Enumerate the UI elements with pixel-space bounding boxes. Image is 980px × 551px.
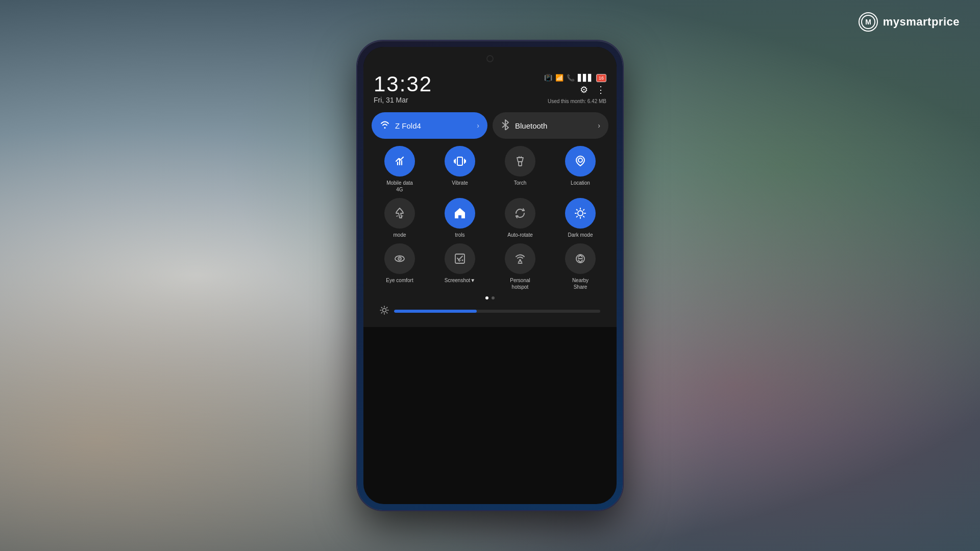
- eye-comfort-label: Eye comfort: [386, 277, 413, 284]
- tile-vibrate[interactable]: Vibrate: [432, 146, 488, 193]
- page-dot-2: [492, 296, 495, 299]
- brightness-row: [372, 304, 608, 319]
- clock-time: 13:32: [374, 73, 432, 95]
- home-controls-icon: [445, 198, 475, 229]
- watermark: M mysmartprice: [859, 12, 960, 32]
- status-icons: 📳 📶 📞 ▋▋▋ 16 ⚙ ⋮ Used this month: 6.42 M…: [544, 74, 606, 104]
- airplane-label: mode: [393, 232, 406, 238]
- torch-label: Torch: [514, 180, 526, 186]
- phone-outer: 13:32 Fri, 31 Mar 📳 📶 📞 ▋▋▋ 16 ⚙ ⋮: [357, 41, 623, 510]
- brightness-fill: [394, 310, 477, 313]
- eye-comfort-icon: [384, 243, 415, 274]
- svg-point-4: [578, 158, 582, 162]
- tile-hotspot[interactable]: Personalhotspot: [492, 243, 548, 290]
- status-icons-row: 📳 📶 📞 ▋▋▋ 16: [544, 74, 606, 82]
- svg-rect-2: [457, 157, 462, 165]
- wifi-button[interactable]: Z Fold4 ›: [372, 112, 487, 139]
- vibrate-icon: [445, 146, 475, 177]
- settings-icon[interactable]: ⚙: [580, 84, 588, 95]
- tile-torch[interactable]: Torch: [492, 146, 548, 193]
- bluetooth-label: Bluetooth: [515, 121, 593, 130]
- auto-rotate-icon: [505, 198, 535, 229]
- signal-bars-icon: ▋▋▋: [578, 74, 593, 82]
- wifi-arrow-icon: ›: [477, 121, 479, 130]
- nearby-share-icon: [565, 243, 596, 274]
- phone-screen: 13:32 Fri, 31 Mar 📳 📶 📞 ▋▋▋ 16 ⚙ ⋮: [363, 47, 617, 504]
- location-label: Location: [571, 180, 590, 186]
- svg-point-14: [383, 309, 386, 312]
- tiles-grid: Mobile data4G Vibrate: [372, 146, 608, 290]
- watermark-logo: M: [859, 12, 878, 32]
- tile-home-controls[interactable]: trols: [432, 198, 488, 238]
- battery-icon: 16: [596, 74, 606, 82]
- hotspot-icon: [505, 243, 535, 274]
- torch-icon: [505, 146, 535, 177]
- nearby-share-label: NearbyShare: [572, 277, 589, 290]
- signal-status-icon: 📞: [567, 74, 575, 82]
- quick-settings-panel: Z Fold4 › Bluetooth ›: [363, 108, 617, 327]
- tile-eye-comfort[interactable]: Eye comfort: [372, 243, 428, 290]
- wifi-label: Z Fold4: [395, 121, 472, 130]
- airplane-icon: [384, 198, 415, 229]
- tile-dark-mode[interactable]: Dark mode: [552, 198, 608, 238]
- page-dot-1: [485, 296, 488, 299]
- svg-point-5: [578, 211, 583, 216]
- brightness-icon: [380, 306, 389, 317]
- home-controls-label: trols: [455, 232, 465, 238]
- settings-row: ⚙ ⋮: [580, 84, 606, 95]
- svg-point-8: [399, 258, 400, 259]
- data-usage-text: Used this month: 6.42 MB: [548, 98, 606, 104]
- auto-rotate-label: Auto-rotate: [507, 232, 532, 238]
- watermark-text: mysmartprice: [883, 15, 960, 29]
- svg-text:M: M: [865, 18, 871, 26]
- brightness-slider[interactable]: [394, 310, 600, 313]
- page-dots: [372, 290, 608, 304]
- tile-mobile-data[interactable]: Mobile data4G: [372, 146, 428, 193]
- phone-wrapper: 13:32 Fri, 31 Mar 📳 📶 📞 ▋▋▋ 16 ⚙ ⋮: [357, 41, 623, 510]
- clock-date: Fri, 31 Mar: [374, 96, 432, 104]
- location-icon: [565, 146, 596, 177]
- tile-nearby-share[interactable]: NearbyShare: [552, 243, 608, 290]
- bluetooth-arrow-icon: ›: [598, 121, 600, 130]
- tile-location[interactable]: Location: [552, 146, 608, 193]
- mobile-data-icon: [384, 146, 415, 177]
- vibrate-status-icon: 📳: [544, 74, 552, 82]
- connectivity-row: Z Fold4 › Bluetooth ›: [372, 112, 608, 139]
- wifi-status-icon: 📶: [555, 74, 564, 82]
- tile-screenshot[interactable]: Screenshot▼: [432, 243, 488, 290]
- wifi-icon: [380, 119, 390, 132]
- bluetooth-icon: [501, 119, 510, 133]
- svg-point-10: [462, 260, 463, 261]
- bluetooth-button[interactable]: Bluetooth ›: [493, 112, 608, 139]
- tile-auto-rotate[interactable]: Auto-rotate: [492, 198, 548, 238]
- more-options-icon[interactable]: ⋮: [596, 84, 606, 95]
- hotspot-label: Personalhotspot: [510, 277, 530, 290]
- vibrate-label: Vibrate: [452, 180, 468, 186]
- tile-airplane[interactable]: mode: [372, 198, 428, 238]
- screenshot-icon: [445, 243, 475, 274]
- dark-mode-label: Dark mode: [568, 232, 593, 238]
- time-date: 13:32 Fri, 31 Mar: [374, 73, 432, 104]
- dark-mode-icon: [565, 198, 596, 229]
- screenshot-label: Screenshot▼: [445, 277, 475, 284]
- svg-rect-3: [519, 162, 522, 166]
- mobile-data-label: Mobile data4G: [386, 180, 413, 193]
- camera-notch: [486, 55, 494, 62]
